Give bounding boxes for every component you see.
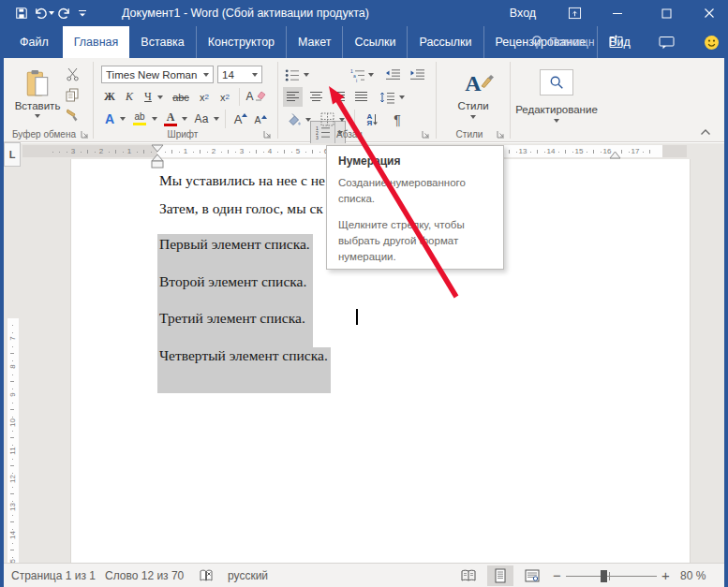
bold-button[interactable]: Ж (101, 88, 118, 106)
selected-paragraph[interactable]: Третий элемент списка. (157, 310, 305, 327)
group-label-paragraph: Абзац (309, 129, 390, 139)
paintbrush-icon (66, 109, 80, 123)
subscript-button[interactable]: x2 (195, 88, 214, 106)
selected-paragraph[interactable]: Четвертый элемент списка. (157, 347, 328, 364)
format-painter-button[interactable] (62, 107, 82, 124)
clipboard-dialog-launcher[interactable] (81, 130, 90, 139)
indent-markers[interactable] (151, 144, 164, 170)
font-size-combo[interactable]: 14 (217, 66, 262, 83)
proofing-status[interactable] (199, 564, 214, 587)
text-effects-button[interactable]: А (101, 110, 118, 128)
zoom-in-button[interactable]: + (661, 564, 670, 587)
clear-formatting-button[interactable]: А (244, 86, 268, 106)
multilevel-dropdown[interactable] (366, 65, 376, 85)
paragraph-dialog-launcher[interactable] (422, 130, 431, 139)
shading-button[interactable] (283, 110, 304, 129)
font-name-combo[interactable]: Times New Roman (101, 66, 214, 83)
line-spacing-dropdown[interactable] (397, 87, 407, 107)
font-color-dropdown[interactable] (180, 110, 189, 128)
editing-button[interactable]: Редактирование (513, 63, 600, 128)
tab-selector[interactable]: L (4, 142, 21, 167)
styles-button[interactable]: А Стили (442, 63, 504, 126)
document-paragraph[interactable]: Мы уставились на нее с не (157, 172, 325, 189)
ruler-tick (10, 521, 14, 522)
cut-button[interactable] (62, 66, 82, 82)
ribbon-display-options-button[interactable] (557, 0, 592, 26)
tab-макет[interactable]: Макет (286, 26, 342, 58)
tell-me-box[interactable]: Помощн (530, 26, 595, 58)
pilcrow-button[interactable]: ¶ (388, 110, 407, 129)
multilevel-list-button[interactable]: 1ai (349, 65, 367, 85)
scissors-icon (66, 67, 80, 81)
tab-главная[interactable]: Главная (63, 26, 130, 58)
maximize-button[interactable] (648, 0, 684, 26)
selected-paragraph[interactable]: Первый элемент списка. (157, 236, 310, 253)
ruler-tick (81, 152, 82, 154)
print-layout-button[interactable] (487, 565, 513, 586)
comments-button[interactable] (650, 26, 682, 58)
search-box (540, 69, 573, 95)
zoom-slider-track[interactable] (566, 576, 657, 577)
tab-рассылки[interactable]: Рассылки (407, 26, 483, 58)
minimize-button[interactable] (600, 0, 635, 26)
decrease-indent-button[interactable] (382, 65, 403, 85)
borders-dropdown[interactable] (337, 110, 347, 129)
align-left-button[interactable] (283, 87, 303, 107)
font-color-bar (164, 124, 177, 127)
line-spacing-button[interactable] (377, 87, 397, 107)
change-case-button[interactable]: Аа (191, 110, 212, 128)
share-icon (608, 35, 624, 50)
shrink-font-button[interactable]: А (251, 110, 270, 129)
underline-dropdown[interactable] (156, 88, 165, 106)
align-right-icon (332, 91, 346, 103)
document-paragraph[interactable]: Затем, в один голос, мы ск (157, 200, 323, 217)
strikethrough-button[interactable]: abc (169, 88, 193, 106)
tab-конструктор[interactable]: Конструктор (196, 26, 286, 58)
bullets-dropdown[interactable] (302, 65, 311, 85)
feedback-button[interactable] (697, 26, 725, 58)
superscript-2: 2 (226, 93, 230, 101)
highlight-button[interactable]: ab (129, 109, 150, 129)
increase-indent-button[interactable] (407, 65, 427, 85)
tab-вставка[interactable]: Вставка (129, 26, 195, 58)
zoom-level[interactable]: 80 % (680, 564, 706, 587)
tab-ссылки[interactable]: Ссылки (342, 26, 407, 58)
sign-in-button[interactable]: Вход (502, 0, 543, 26)
grow-font-button[interactable]: А (230, 109, 251, 129)
group-label-styles: Стили (442, 129, 497, 139)
collapse-ribbon-button[interactable] (695, 125, 716, 139)
right-indent-marker[interactable] (609, 151, 621, 159)
page-indicator[interactable]: Страница 1 из 1 (11, 564, 96, 587)
align-right-button[interactable] (329, 87, 349, 107)
copy-button[interactable] (62, 86, 82, 103)
styles-dialog-launcher[interactable] (497, 130, 506, 139)
group-label-font: Шрифт (141, 129, 225, 139)
tab-файл[interactable]: Файл (6, 26, 63, 58)
text-effects-dropdown[interactable] (118, 110, 127, 128)
italic-button[interactable]: К (122, 88, 137, 106)
align-center-button[interactable] (306, 87, 326, 107)
close-button[interactable] (691, 0, 728, 26)
shading-dropdown[interactable] (304, 110, 313, 129)
chevron-down-icon (304, 73, 309, 77)
superscript-button[interactable]: x2 (215, 88, 234, 106)
bullets-button[interactable] (283, 65, 302, 85)
justify-button[interactable] (351, 87, 371, 107)
share-button[interactable] (600, 26, 631, 58)
language-indicator[interactable]: русский (228, 564, 268, 587)
vertical-ruler[interactable]: 7891011121314151617181920 (7, 318, 20, 587)
web-layout-button[interactable] (519, 565, 545, 586)
read-mode-button[interactable] (455, 565, 482, 586)
word-count[interactable]: Слово 12 из 70 (105, 564, 184, 587)
paste-button[interactable]: Вставить (13, 63, 62, 125)
sort-button[interactable]: А Я (362, 110, 384, 129)
selected-paragraph[interactable]: Второй элемент списка. (157, 273, 306, 290)
highlight-dropdown[interactable] (150, 110, 159, 128)
borders-button[interactable] (317, 110, 337, 129)
change-case-dropdown[interactable] (212, 110, 221, 128)
zoom-out-button[interactable]: − (553, 564, 561, 587)
underline-button[interactable]: Ч (141, 88, 156, 106)
font-color-button[interactable]: А (161, 109, 180, 129)
font-dialog-launcher[interactable] (263, 130, 273, 139)
zoom-slider-thumb[interactable] (601, 570, 607, 582)
